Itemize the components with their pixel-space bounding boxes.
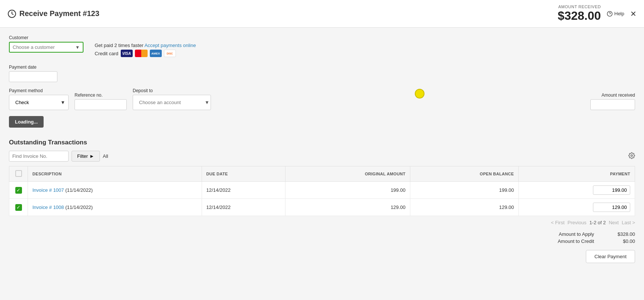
due-date-header: DUE DATE — [202, 166, 285, 182]
payment-date-label: Payment date — [9, 65, 57, 70]
customer-input-wrapper[interactable]: ▼ — [9, 42, 83, 53]
top-bar-actions: AMOUNT RECEIVED $328.00 Help ✕ — [558, 4, 637, 23]
help-icon — [607, 11, 613, 17]
customer-label: Customer — [9, 35, 83, 40]
amount-to-credit-row: Amount to Credit $0.00 — [558, 238, 635, 244]
payment-input-1[interactable] — [593, 203, 630, 212]
summary-section: Amount to Apply $328.00 Amount to Credit… — [9, 231, 635, 263]
payment-date-row: Payment date 11/14/2022 — [9, 65, 635, 82]
mastercard-icon — [135, 50, 148, 57]
deposit-to-label: Deposit to — [133, 88, 211, 93]
amount-to-credit-value: $0.00 — [605, 238, 635, 244]
row-description-0: Invoice # 1007 (11/14/2022) — [28, 182, 202, 199]
settings-icon[interactable] — [628, 152, 635, 160]
reference-no-input[interactable]: 123 — [75, 99, 127, 110]
amount-received-field: Amount received 328.00 — [590, 93, 635, 110]
loading-row: Loading... — [9, 116, 635, 128]
receive-payment-icon — [7, 9, 16, 18]
title-text: Receive Payment #123 — [19, 9, 100, 18]
table-row: ✓ Invoice # 1007 (11/14/2022) 12/14/2022… — [9, 182, 635, 199]
payment-date-input[interactable]: 11/14/2022 — [9, 71, 57, 82]
last-page[interactable]: Last > — [622, 220, 635, 225]
payment-method-label: Payment method — [9, 88, 69, 93]
customer-section: Customer ▼ — [9, 35, 83, 53]
select-all-checkbox[interactable] — [15, 170, 22, 177]
discover-icon: DISC — [164, 50, 176, 57]
amount-received-input[interactable]: 328.00 — [590, 99, 635, 110]
payment-method-select[interactable]: Check Cash Credit Card Bank Transfer — [12, 97, 60, 107]
row-checkbox-1[interactable]: ✓ — [15, 204, 22, 211]
filter-row: Filter ► All — [9, 151, 635, 162]
deposit-to-arrow[interactable]: ▼ — [205, 100, 209, 105]
help-button[interactable]: Help — [607, 11, 624, 17]
invoice-date-1: (11/14/2022) — [65, 204, 93, 210]
visa-icon: VISA — [121, 50, 133, 57]
credit-label: Credit card — [95, 51, 119, 56]
clear-payment-button[interactable]: Clear Payment — [586, 250, 635, 263]
row-due-date-1: 12/14/2022 — [202, 199, 285, 216]
row-payment-cell-0 — [518, 182, 635, 199]
deposit-to-input[interactable] — [136, 97, 205, 107]
outstanding-section: Outstanding Transactions Filter ► All — [9, 139, 635, 263]
row-original-amount-1: 129.00 — [285, 199, 410, 216]
invoice-link-1[interactable]: Invoice # 1008 — [32, 204, 64, 210]
open-balance-header: OPEN BALANCE — [410, 166, 518, 182]
row-open-balance-0: 199.00 — [410, 182, 518, 199]
amount-to-credit-label: Amount to Credit — [558, 238, 594, 244]
amount-received-display: AMOUNT RECEIVED $328.00 — [558, 4, 601, 23]
promo-section: Get paid 2 times faster Accept payments … — [95, 35, 196, 57]
amex-icon: AMEX — [150, 50, 162, 57]
deposit-to-wrapper[interactable]: ▼ — [133, 95, 211, 110]
top-bar: Receive Payment #123 AMOUNT RECEIVED $32… — [0, 0, 644, 28]
deposit-to-field: Deposit to ▼ — [133, 88, 211, 110]
row-due-date-0: 12/14/2022 — [202, 182, 285, 199]
first-page[interactable]: < First — [551, 220, 564, 225]
amount-to-apply-label: Amount to Apply — [559, 231, 594, 237]
row-payment-cell-1 — [518, 199, 635, 216]
pagination-row: < First Previous 1-2 of 2 Next Last > — [9, 220, 635, 225]
payment-input-0[interactable] — [593, 185, 630, 195]
customer-dropdown-arrow[interactable]: ▼ — [75, 45, 80, 50]
all-label[interactable]: All — [103, 153, 108, 159]
amount-to-apply-row: Amount to Apply $328.00 — [559, 231, 635, 237]
original-amount-header: ORIGINAL AMOUNT — [285, 166, 410, 182]
accept-payments-link[interactable]: Accept payments online — [145, 43, 196, 48]
row-open-balance-1: 129.00 — [410, 199, 518, 216]
payment-header: PAYMENT — [518, 166, 635, 182]
description-header: DESCRIPTION — [28, 166, 202, 182]
select-all-header[interactable] — [9, 166, 28, 182]
payment-method-row: Payment method Check Cash Credit Card Ba… — [9, 88, 635, 110]
outstanding-title: Outstanding Transactions — [9, 139, 635, 146]
loading-button[interactable]: Loading... — [9, 116, 44, 128]
row-description-1: Invoice # 1008 (11/14/2022) — [28, 199, 202, 216]
amount-received-label: Amount received — [602, 93, 635, 98]
close-button[interactable]: ✕ — [630, 10, 637, 18]
row-checkbox-cell[interactable]: ✓ — [9, 182, 28, 199]
filter-button[interactable]: Filter ► — [72, 151, 100, 162]
table-row: ✓ Invoice # 1008 (11/14/2022) 12/14/2022… — [9, 199, 635, 216]
amount-to-apply-value: $328.00 — [605, 231, 635, 237]
customer-field[interactable] — [13, 44, 75, 50]
previous-page[interactable]: Previous — [568, 220, 587, 225]
promo-line: Get paid 2 times faster Accept payments … — [95, 43, 196, 48]
payment-date-field: Payment date 11/14/2022 — [9, 65, 57, 82]
content-area: Customer ▼ Get paid 2 times faster Accep… — [0, 28, 644, 271]
page-title: Receive Payment #123 — [7, 9, 100, 18]
reference-no-label: Reference no. — [75, 93, 127, 98]
find-invoice-input[interactable] — [9, 151, 69, 162]
payment-method-field: Payment method Check Cash Credit Card Ba… — [9, 88, 69, 110]
next-page[interactable]: Next — [609, 220, 619, 225]
row-checkbox-cell[interactable]: ✓ — [9, 199, 28, 216]
row-original-amount-0: 199.00 — [285, 182, 410, 199]
invoice-date-0: (11/14/2022) — [65, 187, 93, 193]
row-checkbox-0[interactable]: ✓ — [15, 187, 22, 194]
page-range: 1-2 of 2 — [589, 220, 606, 225]
svg-point-2 — [631, 155, 633, 157]
credit-cards-row: Credit card VISA AMEX DISC — [95, 50, 196, 57]
transactions-table: DESCRIPTION DUE DATE ORIGINAL AMOUNT OPE… — [9, 166, 635, 216]
payment-method-arrow: ▼ — [60, 100, 65, 105]
payment-method-select-wrapper[interactable]: Check Cash Credit Card Bank Transfer ▼ — [9, 95, 69, 110]
filter-arrow-icon: ► — [89, 153, 94, 159]
top-form-row: Customer ▼ Get paid 2 times faster Accep… — [9, 35, 635, 57]
invoice-link-0[interactable]: Invoice # 1007 — [32, 187, 64, 193]
